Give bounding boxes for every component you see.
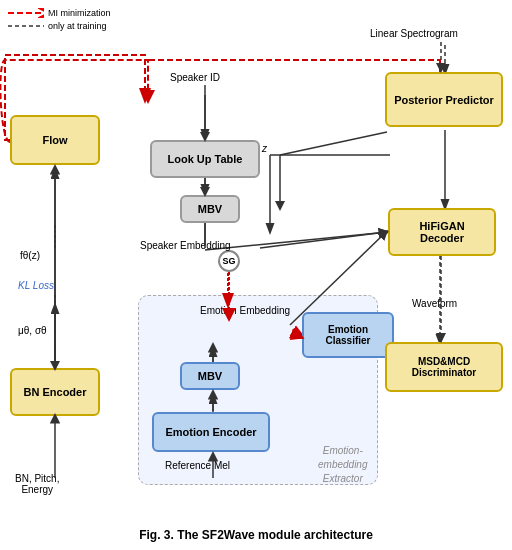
hifigan-label: HiFiGAN Decoder: [419, 220, 464, 244]
legend: MI minimization only at training: [8, 8, 111, 34]
svg-line-7: [205, 232, 388, 250]
svg-line-26: [280, 132, 387, 155]
emotion-encoder-box: Emotion Encoder: [152, 412, 270, 452]
mbv-emotion-label: MBV: [198, 370, 222, 382]
posterior-predictor-label: Posterior Predictor: [394, 94, 494, 106]
flow-label: Flow: [42, 134, 67, 146]
z-label: z: [262, 143, 267, 154]
speaker-embedding-label: Speaker Embedding: [140, 240, 231, 251]
flow-box: Flow: [10, 115, 100, 165]
hifigan-box: HiFiGAN Decoder: [388, 208, 496, 256]
emotion-classifier-box: Emotion Classifier: [302, 312, 394, 358]
sg-label: SG: [222, 256, 235, 266]
emotion-extractor-label: Emotion- embedding Extractor: [318, 430, 367, 486]
figure-caption: Fig. 3. The SF2Wave module architecture: [139, 528, 373, 542]
sg-circle: SG: [218, 250, 240, 272]
bn-encoder-label: BN Encoder: [24, 386, 87, 398]
mbv-speaker-label: MBV: [198, 203, 222, 215]
emotion-embedding-label: Emotion Embedding: [200, 305, 290, 316]
kl-loss-label: KL Loss: [18, 280, 54, 291]
emotion-encoder-label: Emotion Encoder: [165, 426, 256, 438]
posterior-predictor-box: Posterior Predictor: [385, 72, 503, 127]
f-theta-z-label: fθ(z): [20, 250, 40, 261]
look-up-table-label: Look Up Table: [168, 153, 243, 165]
look-up-table-box: Look Up Table: [150, 140, 260, 178]
msd-mcd-box: MSD&MCD Discriminator: [385, 342, 503, 392]
msd-mcd-label: MSD&MCD Discriminator: [412, 356, 476, 378]
speaker-id-label: Speaker ID: [170, 72, 220, 83]
bn-encoder-box: BN Encoder: [10, 368, 100, 416]
training-label: only at training: [48, 21, 107, 31]
svg-line-21: [260, 232, 386, 248]
mi-label: MI minimization: [48, 8, 111, 18]
mbv-speaker-box: MBV: [180, 195, 240, 223]
reference-mel-label: Reference Mel: [165, 460, 230, 471]
mbv-emotion-box: MBV: [180, 362, 240, 390]
mu-sigma-label: μθ, σθ: [18, 325, 47, 336]
bn-pitch-energy-label: BN, Pitch, Energy: [15, 462, 59, 495]
waveform-label: Waveform: [412, 298, 457, 309]
emotion-classifier-label: Emotion Classifier: [308, 324, 388, 346]
linear-spectrogram-label: Linear Spectrogram: [370, 28, 458, 39]
